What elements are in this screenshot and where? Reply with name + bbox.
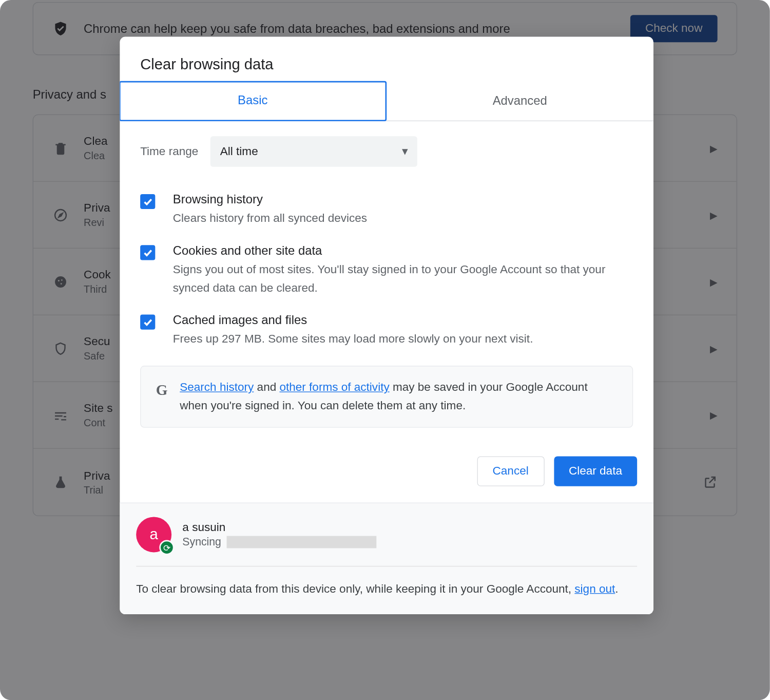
clear-data-button[interactable]: Clear data bbox=[554, 457, 637, 486]
option-cache[interactable]: Cached images and files Frees up 297 MB.… bbox=[140, 305, 633, 356]
other-activity-link[interactable]: other forms of activity bbox=[279, 381, 389, 394]
option-browsing-history[interactable]: Browsing history Clears history from all… bbox=[140, 184, 633, 236]
account-name: a susuin bbox=[182, 521, 376, 535]
checkbox-browsing-history[interactable] bbox=[140, 194, 155, 209]
google-g-icon: G bbox=[156, 379, 168, 415]
sync-status: Syncing bbox=[182, 536, 221, 548]
redacted-email bbox=[226, 536, 376, 548]
time-range-label: Time range bbox=[140, 145, 198, 159]
time-range-value: All time bbox=[220, 145, 258, 159]
checkbox-cookies[interactable] bbox=[140, 245, 155, 260]
sync-badge-icon: ⟳ bbox=[159, 540, 174, 555]
tab-basic[interactable]: Basic bbox=[120, 81, 386, 121]
chevron-down-icon: ▾ bbox=[402, 144, 408, 159]
account-section: a ⟳ a susuin Syncing To clear browsing d… bbox=[120, 503, 653, 615]
clear-browsing-data-dialog: Clear browsing data Basic Advanced Time … bbox=[120, 37, 653, 615]
search-history-link[interactable]: Search history bbox=[180, 381, 254, 394]
option-cookies[interactable]: Cookies and other site data Signs you ou… bbox=[140, 236, 633, 305]
sign-out-link[interactable]: sign out bbox=[574, 582, 615, 595]
dialog-title: Clear browsing data bbox=[120, 37, 653, 82]
tab-advanced[interactable]: Advanced bbox=[387, 82, 653, 121]
sign-out-footnote: To clear browsing data from this device … bbox=[136, 580, 637, 598]
avatar: a ⟳ bbox=[136, 517, 171, 553]
cancel-button[interactable]: Cancel bbox=[477, 457, 544, 486]
google-activity-info: G Search history and other forms of acti… bbox=[140, 366, 633, 428]
time-range-select[interactable]: All time ▾ bbox=[210, 136, 417, 167]
divider bbox=[136, 566, 637, 566]
checkbox-cache[interactable] bbox=[140, 315, 155, 330]
tab-bar: Basic Advanced bbox=[120, 82, 653, 121]
